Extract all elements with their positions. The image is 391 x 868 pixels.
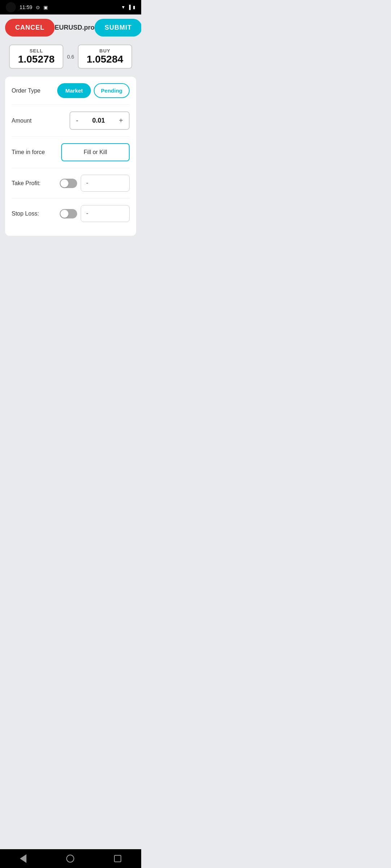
take-profit-toggle-thumb [60, 179, 68, 187]
amount-plus-button[interactable]: + [113, 112, 129, 129]
order-type-label: Order Type [12, 88, 57, 94]
sell-label: SELL [30, 48, 43, 54]
submit-button[interactable]: SUBMIT [94, 19, 141, 37]
amount-control: - + [70, 111, 130, 130]
take-profit-row: Take Profit: - + [12, 168, 130, 199]
empty-area [0, 239, 141, 347]
take-profit-control: - + [81, 175, 130, 192]
wifi-icon: ▼ [121, 5, 126, 10]
status-time: 11:59 [20, 4, 32, 10]
take-profit-minus-button[interactable]: - [81, 175, 93, 191]
header: CANCEL EURUSD.pro SUBMIT [0, 14, 141, 41]
amount-row: Amount - + [12, 105, 130, 137]
header-title: EURUSD.pro [55, 24, 94, 31]
order-type-group: Market Pending [57, 83, 130, 98]
market-button[interactable]: Market [57, 83, 91, 98]
take-profit-toggle[interactable] [60, 179, 77, 188]
stop-loss-input[interactable] [93, 210, 130, 217]
fill-or-kill-button[interactable]: Fill or Kill [61, 143, 130, 161]
amount-label: Amount [12, 118, 70, 124]
sell-price: 1.05278 [18, 54, 55, 65]
buy-price-card[interactable]: BUY 1.05284 [78, 44, 132, 69]
take-profit-label: Take Profit: [12, 180, 60, 187]
take-profit-input[interactable] [93, 180, 130, 187]
stop-loss-toggle[interactable] [60, 209, 77, 218]
order-form-card: Order Type Market Pending Amount - + Tim… [5, 77, 136, 236]
buy-price: 1.05284 [87, 54, 123, 65]
status-bar: 11:59 ⊙ ▣ ▼ ▐ ▮ [0, 0, 141, 14]
pending-button[interactable]: Pending [94, 83, 130, 98]
stop-loss-minus-button[interactable]: - [81, 205, 93, 222]
order-type-row: Order Type Market Pending [12, 77, 130, 105]
amount-minus-button[interactable]: - [70, 112, 84, 129]
amount-input[interactable] [84, 117, 113, 124]
take-profit-toggle-track [60, 179, 77, 188]
status-left: 11:59 ⊙ ▣ [6, 2, 48, 12]
status-icons: ▼ ▐ ▮ [121, 5, 135, 10]
status-icon-2: ▣ [43, 5, 48, 10]
spread-value: 0.6 [67, 54, 74, 60]
buy-label: BUY [100, 48, 110, 54]
status-icon-1: ⊙ [36, 5, 40, 10]
stop-loss-toggle-thumb [60, 210, 68, 218]
cancel-button[interactable]: CANCEL [5, 19, 55, 37]
battery-icon: ▮ [133, 5, 135, 10]
time-in-force-label: Time in force [12, 149, 61, 156]
time-in-force-row: Time in force Fill or Kill [12, 137, 130, 168]
stop-loss-toggle-track [60, 209, 77, 218]
stop-loss-control: - + [81, 205, 130, 222]
price-bar: SELL 1.05278 0.6 BUY 1.05284 [0, 41, 141, 74]
signal-icon: ▐ [127, 5, 131, 10]
camera-dot [6, 2, 16, 12]
stop-loss-label: Stop Loss: [12, 210, 60, 217]
stop-loss-row: Stop Loss: - + [12, 199, 130, 229]
sell-price-card[interactable]: SELL 1.05278 [9, 44, 63, 69]
